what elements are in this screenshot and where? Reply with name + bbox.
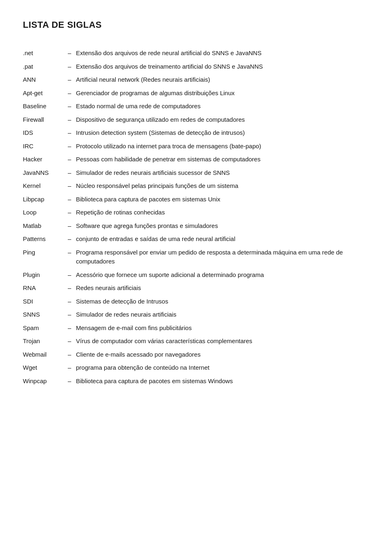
- term-cell: Loop: [23, 206, 68, 219]
- list-item: Patterns–conjunto de entradas e saídas d…: [23, 232, 369, 246]
- list-item: IRC–Protocolo utilizado na internet para…: [23, 140, 369, 153]
- list-item: Matlab–Software que agrega funções pront…: [23, 219, 369, 233]
- term-cell: Trojan: [23, 335, 68, 348]
- dash-cell: –: [68, 348, 76, 362]
- list-item: Spam–Mensagem de e-mail com fins publici…: [23, 321, 369, 335]
- dash-cell: –: [68, 232, 76, 246]
- list-item: .pat–Extensão dos arquivos de treinament…: [23, 60, 369, 74]
- term-cell: .pat: [23, 60, 68, 74]
- dash-cell: –: [68, 206, 76, 219]
- term-cell: Apt-get: [23, 87, 68, 100]
- list-item: Trojan–Vírus de computador com várias ca…: [23, 335, 369, 348]
- dash-cell: –: [68, 268, 76, 282]
- list-item: Winpcap–Biblioteca para captura de pacot…: [23, 375, 369, 388]
- term-cell: SDI: [23, 295, 68, 308]
- description-cell: Cliente de e-mails acessado por navegado…: [76, 348, 369, 362]
- dash-cell: –: [68, 281, 76, 295]
- list-item: Wget–programa para obtenção de conteúdo …: [23, 361, 369, 375]
- dash-cell: –: [68, 321, 76, 335]
- description-cell: Mensagem de e-mail com fins publicitário…: [76, 321, 369, 335]
- description-cell: Gerenciador de programas de algumas dist…: [76, 87, 369, 100]
- description-cell: Simulador de redes neurais artificiais: [76, 308, 369, 321]
- description-cell: Software que agrega funções prontas e si…: [76, 219, 369, 233]
- term-cell: Matlab: [23, 219, 68, 233]
- term-cell: RNA: [23, 281, 68, 295]
- description-cell: conjunto de entradas e saídas de uma red…: [76, 232, 369, 246]
- term-cell: Firewall: [23, 113, 68, 127]
- description-cell: Repetição de rotinas conhecidas: [76, 206, 369, 219]
- description-cell: Protocolo utilizado na internet para tro…: [76, 140, 369, 153]
- term-cell: SNNS: [23, 308, 68, 321]
- dash-cell: –: [68, 246, 76, 268]
- list-item: SNNS–Simulador de redes neurais artifici…: [23, 308, 369, 321]
- description-cell: Biblioteca para captura de pacotes em si…: [76, 193, 369, 206]
- list-item: ANN–Artificial neural network (Redes neu…: [23, 73, 369, 87]
- page-title: LISTA DE SIGLAS: [23, 20, 369, 30]
- dash-cell: –: [68, 47, 76, 60]
- list-item: Baseline–Estado normal de uma rede de co…: [23, 100, 369, 113]
- list-item: RNA–Redes neurais artificiais: [23, 281, 369, 295]
- term-cell: Patterns: [23, 232, 68, 246]
- description-cell: Extensão dos arquivos de treinamento art…: [76, 60, 369, 74]
- term-cell: ANN: [23, 73, 68, 87]
- term-cell: JavaNNS: [23, 166, 68, 180]
- description-cell: Sistemas de detecção de Intrusos: [76, 295, 369, 308]
- description-cell: Intrusion detection system (Sistemas de …: [76, 126, 369, 140]
- term-cell: IRC: [23, 140, 68, 153]
- dash-cell: –: [68, 113, 76, 127]
- dash-cell: –: [68, 219, 76, 233]
- list-item: Plugin–Acessório que fornece um suporte …: [23, 268, 369, 282]
- list-item: Firewall–Dispositivo de segurança utiliz…: [23, 113, 369, 127]
- term-cell: Hacker: [23, 153, 68, 166]
- term-cell: Spam: [23, 321, 68, 335]
- description-cell: Núcleo responsável pelas principais funç…: [76, 179, 369, 193]
- term-cell: Wget: [23, 361, 68, 375]
- term-cell: Baseline: [23, 100, 68, 113]
- description-cell: Simulador de redes neurais artificiais s…: [76, 166, 369, 180]
- description-cell: Estado normal de uma rede de computadore…: [76, 100, 369, 113]
- description-cell: Programa responsável por enviar um pedid…: [76, 246, 369, 268]
- description-cell: Biblioteca para captura de pacotes em si…: [76, 375, 369, 388]
- list-item: IDS–Intrusion detection system (Sistemas…: [23, 126, 369, 140]
- list-item: Webmail–Cliente de e-mails acessado por …: [23, 348, 369, 362]
- dash-cell: –: [68, 295, 76, 308]
- dash-cell: –: [68, 193, 76, 206]
- dash-cell: –: [68, 126, 76, 140]
- list-item: Ping–Programa responsável por enviar um …: [23, 246, 369, 268]
- dash-cell: –: [68, 361, 76, 375]
- description-cell: Acessório que fornece um suporte adicion…: [76, 268, 369, 282]
- list-item: Loop–Repetição de rotinas conhecidas: [23, 206, 369, 219]
- dash-cell: –: [68, 87, 76, 100]
- term-cell: Winpcap: [23, 375, 68, 388]
- term-cell: Webmail: [23, 348, 68, 362]
- dash-cell: –: [68, 140, 76, 153]
- term-cell: Plugin: [23, 268, 68, 282]
- term-cell: .net: [23, 47, 68, 60]
- dash-cell: –: [68, 60, 76, 74]
- term-cell: Ping: [23, 246, 68, 268]
- list-item: SDI–Sistemas de detecção de Intrusos: [23, 295, 369, 308]
- dash-cell: –: [68, 375, 76, 388]
- dash-cell: –: [68, 335, 76, 348]
- list-item: .net–Extensão dos arquivos de rede neura…: [23, 47, 369, 60]
- term-cell: Libpcap: [23, 193, 68, 206]
- dash-cell: –: [68, 100, 76, 113]
- list-item: Hacker–Pessoas com habilidade de penetra…: [23, 153, 369, 166]
- description-cell: Extensão dos arquivos de rede neural art…: [76, 47, 369, 60]
- description-cell: Vírus de computador com várias caracterí…: [76, 335, 369, 348]
- list-item: JavaNNS–Simulador de redes neurais artif…: [23, 166, 369, 180]
- description-cell: Artificial neural network (Redes neurais…: [76, 73, 369, 87]
- description-cell: Pessoas com habilidade de penetrar em si…: [76, 153, 369, 166]
- glossary-table: .net–Extensão dos arquivos de rede neura…: [23, 47, 369, 388]
- list-item: Apt-get–Gerenciador de programas de algu…: [23, 87, 369, 100]
- term-cell: IDS: [23, 126, 68, 140]
- dash-cell: –: [68, 153, 76, 166]
- description-cell: Dispositivo de segurança utilizado em re…: [76, 113, 369, 127]
- list-item: Libpcap–Biblioteca para captura de pacot…: [23, 193, 369, 206]
- dash-cell: –: [68, 166, 76, 180]
- term-cell: Kernel: [23, 179, 68, 193]
- description-cell: programa para obtenção de conteúdo na In…: [76, 361, 369, 375]
- description-cell: Redes neurais artificiais: [76, 281, 369, 295]
- list-item: Kernel–Núcleo responsável pelas principa…: [23, 179, 369, 193]
- dash-cell: –: [68, 73, 76, 87]
